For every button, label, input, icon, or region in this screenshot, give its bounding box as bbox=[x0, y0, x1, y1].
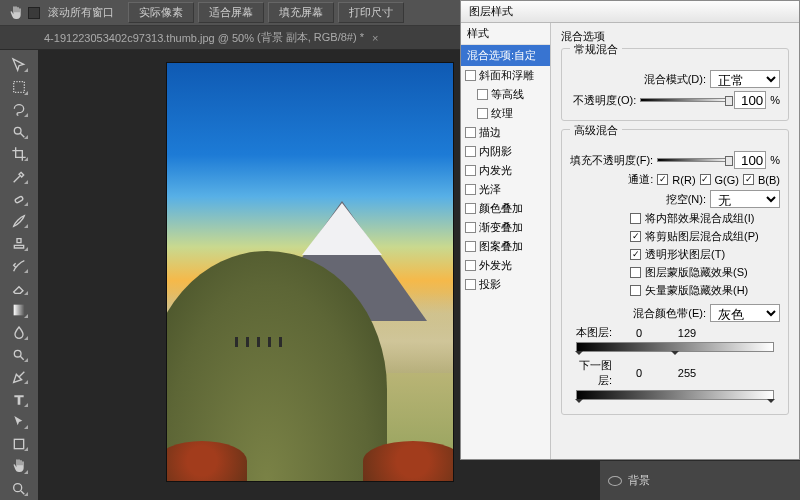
adv-opt-checkbox[interactable] bbox=[630, 249, 641, 260]
advanced-blend-fieldset: 高级混合 填充不透明度(F): % 通道: R(R) G(G) B(B) 挖空(… bbox=[561, 129, 789, 415]
close-icon[interactable]: × bbox=[372, 32, 378, 44]
svg-rect-3 bbox=[14, 305, 25, 316]
pct-label: % bbox=[770, 154, 780, 166]
style-item[interactable]: 渐变叠加 bbox=[461, 218, 550, 237]
style-item[interactable]: 外发光 bbox=[461, 256, 550, 275]
fill-opacity-input[interactable] bbox=[734, 151, 766, 169]
blend-mode-select[interactable]: 正常 bbox=[710, 70, 780, 88]
style-item[interactable]: 图案叠加 bbox=[461, 237, 550, 256]
svg-rect-2 bbox=[15, 196, 24, 203]
style-item[interactable]: 等高线 bbox=[461, 85, 550, 104]
channel-g-checkbox[interactable] bbox=[700, 174, 711, 185]
fill-opacity-slider[interactable] bbox=[657, 158, 730, 162]
channel-r-checkbox[interactable] bbox=[657, 174, 668, 185]
adv-opt-checkbox[interactable] bbox=[630, 267, 641, 278]
print-size-button[interactable]: 打印尺寸 bbox=[338, 2, 404, 23]
under-layer-slider[interactable] bbox=[576, 390, 774, 400]
style-item[interactable]: 内阴影 bbox=[461, 142, 550, 161]
history-brush-tool[interactable] bbox=[8, 257, 30, 275]
document-canvas[interactable] bbox=[166, 62, 454, 482]
channel-b-checkbox[interactable] bbox=[743, 174, 754, 185]
style-item[interactable]: 内发光 bbox=[461, 161, 550, 180]
blur-tool[interactable] bbox=[8, 324, 30, 342]
style-item-label: 斜面和浮雕 bbox=[479, 68, 534, 83]
svg-rect-5 bbox=[14, 440, 23, 449]
move-tool[interactable] bbox=[8, 56, 30, 74]
actual-pixels-button[interactable]: 实际像素 bbox=[128, 2, 194, 23]
crop-tool[interactable] bbox=[8, 145, 30, 163]
under-layer-a: 0 bbox=[618, 367, 660, 379]
pen-tool[interactable] bbox=[8, 368, 30, 386]
zoom-tool[interactable] bbox=[8, 480, 30, 498]
dialog-title[interactable]: 图层样式 bbox=[461, 1, 799, 23]
adv-opt-checkbox[interactable] bbox=[630, 231, 641, 242]
visibility-icon[interactable] bbox=[608, 476, 622, 486]
adv-opt-checkbox[interactable] bbox=[630, 285, 641, 296]
style-item[interactable]: 颜色叠加 bbox=[461, 199, 550, 218]
marquee-tool[interactable] bbox=[8, 78, 30, 96]
fill-screen-button[interactable]: 填充屏幕 bbox=[268, 2, 334, 23]
stamp-tool[interactable] bbox=[8, 234, 30, 252]
dodge-tool[interactable] bbox=[8, 346, 30, 364]
this-layer-b: 129 bbox=[666, 327, 708, 339]
fill-opacity-label: 填充不透明度(F): bbox=[570, 153, 653, 168]
svg-rect-0 bbox=[14, 82, 25, 93]
general-legend: 常规混合 bbox=[570, 42, 622, 57]
eraser-tool[interactable] bbox=[8, 279, 30, 297]
tab-filename[interactable]: 4-191223053402c97313.thumb.jpg bbox=[44, 32, 215, 44]
tools-panel bbox=[0, 50, 38, 500]
general-blend-fieldset: 常规混合 混合模式(D): 正常 不透明度(O): % bbox=[561, 48, 789, 121]
style-item-label: 光泽 bbox=[479, 182, 501, 197]
style-list-column: 样式 混合选项:自定 斜面和浮雕等高线纹理描边内阴影内发光光泽颜色叠加渐变叠加图… bbox=[461, 23, 551, 459]
style-checkbox[interactable] bbox=[477, 108, 488, 119]
bush-graphic bbox=[166, 441, 247, 481]
brush-tool[interactable] bbox=[8, 212, 30, 230]
style-checkbox[interactable] bbox=[465, 222, 476, 233]
blend-options-item[interactable]: 混合选项:自定 bbox=[461, 45, 550, 66]
opacity-input[interactable] bbox=[734, 91, 766, 109]
fit-screen-button[interactable]: 适合屏幕 bbox=[198, 2, 264, 23]
adv-opt-checkbox[interactable] bbox=[630, 213, 641, 224]
pct-label: % bbox=[770, 94, 780, 106]
style-checkbox[interactable] bbox=[465, 70, 476, 81]
style-item-label: 内阴影 bbox=[479, 144, 512, 159]
lasso-tool[interactable] bbox=[8, 101, 30, 119]
gradient-tool[interactable] bbox=[8, 301, 30, 319]
style-item[interactable]: 纹理 bbox=[461, 104, 550, 123]
quick-select-tool[interactable] bbox=[8, 123, 30, 141]
svg-point-1 bbox=[14, 127, 21, 134]
style-checkbox[interactable] bbox=[465, 279, 476, 290]
heal-tool[interactable] bbox=[8, 190, 30, 208]
style-item-label: 颜色叠加 bbox=[479, 201, 523, 216]
hand-tool[interactable] bbox=[8, 457, 30, 475]
type-tool[interactable] bbox=[8, 390, 30, 408]
opacity-slider[interactable] bbox=[640, 98, 730, 102]
style-checkbox[interactable] bbox=[465, 203, 476, 214]
eyedropper-tool[interactable] bbox=[8, 167, 30, 185]
style-checkbox[interactable] bbox=[465, 165, 476, 176]
style-checkbox[interactable] bbox=[465, 127, 476, 138]
scroll-all-checkbox[interactable] bbox=[28, 7, 40, 19]
blendif-select[interactable]: 灰色 bbox=[710, 304, 780, 322]
style-item[interactable]: 斜面和浮雕 bbox=[461, 66, 550, 85]
style-item[interactable]: 光泽 bbox=[461, 180, 550, 199]
layer-bg-label[interactable]: 背景 bbox=[628, 473, 650, 488]
scroll-all-label: 滚动所有窗口 bbox=[48, 5, 114, 20]
path-select-tool[interactable] bbox=[8, 413, 30, 431]
style-item[interactable]: 描边 bbox=[461, 123, 550, 142]
style-item[interactable]: 投影 bbox=[461, 275, 550, 294]
this-layer-label: 本图层: bbox=[570, 325, 612, 340]
style-checkbox[interactable] bbox=[465, 146, 476, 157]
blendif-label: 混合颜色带(E): bbox=[633, 306, 706, 321]
knockout-select[interactable]: 无 bbox=[710, 190, 780, 208]
adv-opt-label: 矢量蒙版隐藏效果(H) bbox=[645, 283, 748, 298]
this-layer-slider[interactable] bbox=[576, 342, 774, 352]
style-checkbox[interactable] bbox=[465, 241, 476, 252]
style-checkbox[interactable] bbox=[465, 260, 476, 271]
adv-opt-label: 将剪贴图层混合成组(P) bbox=[645, 229, 759, 244]
shape-tool[interactable] bbox=[8, 435, 30, 453]
style-item-label: 外发光 bbox=[479, 258, 512, 273]
style-checkbox[interactable] bbox=[477, 89, 488, 100]
style-checkbox[interactable] bbox=[465, 184, 476, 195]
styles-header[interactable]: 样式 bbox=[461, 23, 550, 45]
